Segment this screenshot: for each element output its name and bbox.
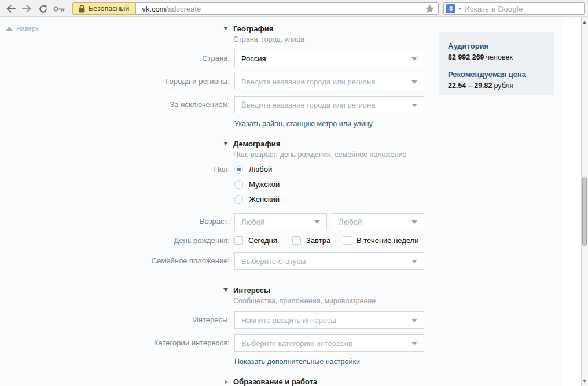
cities-field-wrap [234,73,424,90]
chevron-down-icon [314,220,320,224]
gender-option-male-label: Мужской [249,180,280,189]
gender-option-male[interactable]: Мужской [234,179,280,189]
birthday-tomorrow-option[interactable]: Завтра [292,236,330,245]
country-value: Россия [241,54,266,63]
interest-categories-placeholder: Выберите категорию интересов [241,339,352,348]
back-arrow-icon [6,5,16,13]
address-bar[interactable]: Безопасный vk.com/adscreate [72,2,439,15]
search-engine-caret-icon[interactable] [458,8,462,10]
security-badge[interactable]: Безопасный [72,2,136,15]
birthday-tomorrow-label: Завтра [306,236,330,245]
birthday-week-option[interactable]: В течение недели [343,236,419,245]
marital-placeholder: Выберите статусы [241,257,306,266]
interest-categories-select[interactable]: Выберите категорию интересов [234,334,424,352]
back-button[interactable] [3,2,17,15]
gender-option-female[interactable]: Женский [234,194,280,204]
checkbox-icon[interactable] [292,236,301,245]
audience-value: 82 992 269человек [448,53,545,61]
gender-label: Пол: [0,164,230,174]
birthday-today-label: Сегодня [248,236,277,245]
price-value: 22.54 – 29.82рубля [448,82,545,90]
scroll-down-icon[interactable] [583,380,586,383]
scrollbar-thumb[interactable] [582,177,587,246]
section-interests-title[interactable]: Интересы [233,286,270,295]
age-label: Возраст: [0,213,230,230]
audience-unit: человек [486,53,513,61]
cities-label: Города и регионы: [0,73,230,90]
reload-icon [38,4,48,14]
scroll-up-icon[interactable] [583,21,586,24]
url-path: /adscreate [166,5,201,13]
age-to-select[interactable]: Любой [332,213,424,230]
interests-input[interactable] [235,312,424,328]
search-box[interactable]: 8 [443,2,585,15]
url-text[interactable]: vk.com/adscreate [136,5,421,13]
birthday-label: День рождения: [0,236,230,245]
interests-label: Интересы: [0,311,230,329]
except-label: За исключением: [0,96,230,113]
vertical-scrollbar[interactable] [581,17,588,386]
checkbox-icon[interactable] [234,236,243,245]
lock-icon [79,5,85,13]
url-domain: vk.com [142,5,166,13]
age-to-value: Любой [339,218,362,226]
cities-input[interactable] [235,73,424,90]
right-gutter [563,17,581,386]
price-range: 22.54 – 29.82 [448,82,492,90]
except-input[interactable] [235,97,424,113]
birthday-week-label: В течение недели [357,236,419,245]
chevron-down-icon [411,260,417,263]
price-unit: рубля [494,82,513,90]
audience-summary-panel: Аудитория 82 992 269человек Рекомендуема… [439,32,554,95]
demography-collapse-icon[interactable] [223,142,228,145]
google-logo-icon[interactable]: 8 [446,4,455,13]
section-education-title[interactable]: Образование и работа [233,377,317,386]
forward-button[interactable] [20,2,34,15]
country-select[interactable]: Россия [234,50,424,67]
reload-button[interactable] [36,2,50,15]
section-geography-subtitle: Страна, город, улица [233,35,304,43]
search-input[interactable] [464,5,580,13]
geography-collapse-icon[interactable] [223,27,228,30]
interest-categories-label: Категории интересов: [0,334,230,352]
except-field-wrap [234,96,424,113]
interests-collapse-icon[interactable] [223,288,228,292]
section-demography-subtitle: Пол, возраст, день рождения, семейное по… [233,150,406,159]
chevron-down-icon [411,220,417,224]
section-geography-title[interactable]: География [233,24,273,33]
password-key-button[interactable] [52,2,66,15]
gender-option-any[interactable]: Любой [234,164,272,174]
key-icon [53,5,65,13]
radio-selected-icon[interactable] [234,165,243,174]
gender-option-any-label: Любой [249,165,272,174]
forward-arrow-icon [22,5,32,13]
bookmark-star-icon [425,4,435,13]
district-metro-street-link[interactable]: Указать район, станцию метро или улицу [234,120,373,128]
country-label: Страна: [0,50,230,67]
marital-label: Семейное положение: [0,252,230,270]
age-from-select[interactable]: Любой [234,213,327,230]
section-interests-subtitle: Сообщества, приложения, мировоззрение [233,297,376,305]
marital-select[interactable]: Выберите статусы [234,252,424,270]
section-demography-title[interactable]: Демография [233,139,280,148]
audience-title-link[interactable]: Аудитория [448,42,545,50]
checkbox-icon[interactable] [343,236,351,245]
bookmark-button[interactable] [421,4,438,13]
radio-unselected-icon[interactable] [234,195,243,204]
show-more-settings-link[interactable]: Показать дополнительные настройки [234,358,360,366]
price-title-link[interactable]: Рекомендуемая цена [448,70,545,79]
security-badge-label: Безопасный [89,5,129,13]
education-expand-icon[interactable] [225,380,228,384]
radio-unselected-icon[interactable] [234,180,243,189]
audience-count: 82 992 269 [448,53,484,61]
interests-field-wrap [234,311,424,329]
age-from-value: Любой [241,218,264,226]
birthday-today-option[interactable]: Сегодня [234,236,277,245]
chevron-down-icon [411,342,417,345]
gender-option-female-label: Женский [249,195,280,204]
browser-toolbar: Безопасный vk.com/adscreate 8 [0,0,588,17]
page-content: Наверх География Страна, город, улица Ст… [0,17,588,386]
chevron-down-icon [411,57,417,61]
